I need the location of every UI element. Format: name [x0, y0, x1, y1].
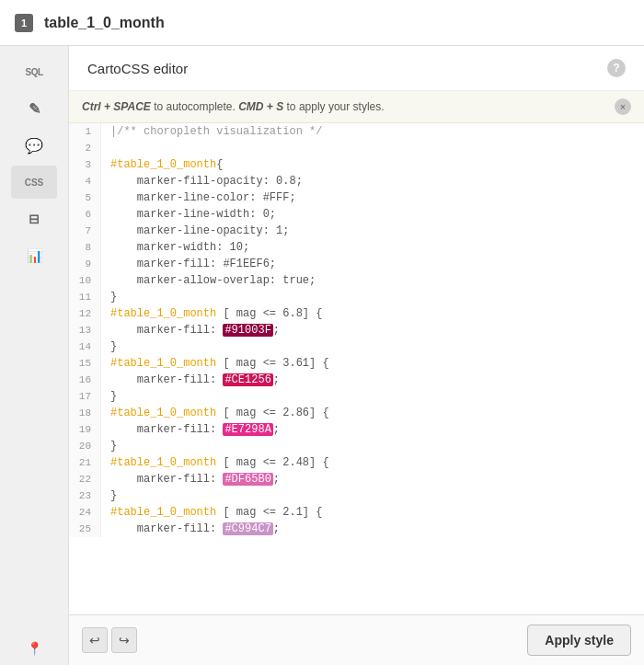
line-number-4: 4	[69, 173, 101, 189]
line-number-9: 9	[69, 256, 101, 272]
line-content-25: marker-fill: #C994C7;	[101, 521, 644, 537]
code-line-20: 20 }	[69, 438, 644, 454]
line-number-10: 10	[69, 272, 101, 289]
help-button[interactable]: ?	[607, 59, 626, 77]
code-line-13: 13 marker-fill: #91003F;	[69, 322, 644, 338]
top-bar: 1 table_1_0_month	[0, 0, 644, 46]
sidebar-item-css[interactable]: CSS	[11, 166, 57, 199]
line-number-23: 23	[69, 487, 101, 504]
code-line-24: 24 #table_1_0_month [ mag <= 2.1] {	[69, 504, 644, 521]
code-line-6: 6 marker-line-width: 0;	[69, 206, 644, 223]
code-line-8: 8 marker-width: 10;	[69, 239, 644, 256]
line-content-18: #table_1_0_month [ mag <= 2.86] {	[101, 405, 644, 421]
sidebar-item-pin[interactable]: 📍	[11, 632, 57, 665]
line-number-21: 21	[69, 454, 101, 471]
sidebar-item-comment[interactable]: 💬	[11, 129, 57, 162]
line-content-14: }	[101, 338, 644, 355]
line-content-11: }	[101, 289, 644, 305]
line-number-15: 15	[69, 355, 101, 372]
code-line-22: 22 marker-fill: #DF65B0;	[69, 471, 644, 487]
tab-number[interactable]: 1	[15, 14, 33, 32]
line-number-17: 17	[69, 388, 101, 405]
code-line-16: 16 marker-fill: #CE1256;	[69, 372, 644, 388]
line-content-3: #table_1_0_month{	[101, 156, 644, 173]
line-number-12: 12	[69, 305, 101, 322]
sidebar-item-sql[interactable]: SQL	[11, 55, 57, 88]
line-content-9: marker-fill: #F1EEF6;	[101, 256, 644, 272]
line-content-4: marker-fill-opacity: 0.8;	[101, 173, 644, 189]
code-line-7: 7 marker-line-opacity: 1;	[69, 223, 644, 239]
code-editor[interactable]: 1 |/** choropleth visualization */ 2 3 #…	[69, 123, 644, 614]
line-number-8: 8	[69, 239, 101, 256]
pencil-icon: ✎	[29, 100, 40, 118]
line-content-12: #table_1_0_month [ mag <= 6.8] {	[101, 305, 644, 322]
editor-title: CartoCSS editor	[87, 61, 188, 76]
sidebar-item-edit[interactable]: ✎	[11, 92, 57, 125]
sidebar-item-filter[interactable]: ⊟	[11, 202, 57, 235]
table-name: table_1_0_month	[44, 15, 165, 31]
apply-style-button[interactable]: Apply style	[527, 625, 631, 656]
hint-close-button[interactable]: ×	[615, 98, 631, 115]
line-number-6: 6	[69, 206, 101, 223]
undo-button[interactable]: ↩	[82, 627, 108, 653]
filter-icon: ⊟	[29, 212, 40, 226]
sidebar-item-chart[interactable]: 📊	[11, 239, 57, 272]
code-line-5: 5 marker-line-color: #FFF;	[69, 189, 644, 206]
line-content-24: #table_1_0_month [ mag <= 2.1] {	[101, 504, 644, 521]
code-line-11: 11 }	[69, 289, 644, 305]
line-content-8: marker-width: 10;	[101, 239, 644, 256]
code-line-1: 1 |/** choropleth visualization */	[69, 123, 644, 140]
line-number-13: 13	[69, 322, 101, 338]
line-content-19: marker-fill: #E7298A;	[101, 421, 644, 438]
line-number-5: 5	[69, 189, 101, 206]
line-content-1: |/** choropleth visualization */	[101, 123, 644, 140]
code-line-10: 10 marker-allow-overlap: true;	[69, 272, 644, 289]
editor-header: CartoCSS editor ?	[69, 46, 644, 91]
line-content-5: marker-line-color: #FFF;	[101, 189, 644, 206]
line-number-24: 24	[69, 504, 101, 521]
code-line-4: 4 marker-fill-opacity: 0.8;	[69, 173, 644, 189]
code-line-3: 3 #table_1_0_month{	[69, 156, 644, 173]
code-line-2: 2	[69, 140, 644, 156]
line-number-14: 14	[69, 338, 101, 355]
app-container: 1 table_1_0_month SQL ✎ 💬 CSS ⊟ 📊	[0, 0, 644, 665]
line-content-2	[101, 140, 644, 156]
code-line-25: 25 marker-fill: #C994C7;	[69, 521, 644, 537]
code-line-18: 18 #table_1_0_month [ mag <= 2.86] {	[69, 405, 644, 421]
line-number-2: 2	[69, 140, 101, 156]
line-content-13: marker-fill: #91003F;	[101, 322, 644, 338]
line-content-10: marker-allow-overlap: true;	[101, 272, 644, 289]
pin-icon: 📍	[27, 641, 42, 656]
line-number-25: 25	[69, 521, 101, 537]
hint-text: Ctrl + SPACE to autocomplete. CMD + S to…	[82, 100, 385, 113]
line-content-16: marker-fill: #CE1256;	[101, 372, 644, 388]
redo-button[interactable]: ↪	[111, 627, 137, 653]
bottom-toolbar: ↩ ↪ Apply style	[69, 614, 644, 665]
comment-icon: 💬	[25, 137, 43, 155]
line-content-15: #table_1_0_month [ mag <= 3.61] {	[101, 355, 644, 372]
line-content-20: }	[101, 438, 644, 454]
main-layout: SQL ✎ 💬 CSS ⊟ 📊 📍	[0, 46, 644, 665]
line-content-23: }	[101, 487, 644, 504]
line-content-7: marker-line-opacity: 1;	[101, 223, 644, 239]
code-line-14: 14 }	[69, 338, 644, 355]
undo-redo-group: ↩ ↪	[82, 627, 137, 653]
content-area: CartoCSS editor ? Ctrl + SPACE to autoco…	[69, 46, 644, 665]
code-line-12: 12 #table_1_0_month [ mag <= 6.8] {	[69, 305, 644, 322]
code-line-9: 9 marker-fill: #F1EEF6;	[69, 256, 644, 272]
chart-icon: 📊	[27, 248, 42, 263]
line-number-20: 20	[69, 438, 101, 454]
line-number-18: 18	[69, 405, 101, 421]
line-content-17: }	[101, 388, 644, 405]
line-content-6: marker-line-width: 0;	[101, 206, 644, 223]
line-number-11: 11	[69, 289, 101, 305]
line-number-22: 22	[69, 471, 101, 487]
code-line-15: 15 #table_1_0_month [ mag <= 3.61] {	[69, 355, 644, 372]
line-number-19: 19	[69, 421, 101, 438]
line-number-1: 1	[69, 123, 101, 140]
code-line-23: 23 }	[69, 487, 644, 504]
code-line-21: 21 #table_1_0_month [ mag <= 2.48] {	[69, 454, 644, 471]
code-line-19: 19 marker-fill: #E7298A;	[69, 421, 644, 438]
sidebar: SQL ✎ 💬 CSS ⊟ 📊 📍	[0, 46, 69, 665]
line-content-21: #table_1_0_month [ mag <= 2.48] {	[101, 454, 644, 471]
